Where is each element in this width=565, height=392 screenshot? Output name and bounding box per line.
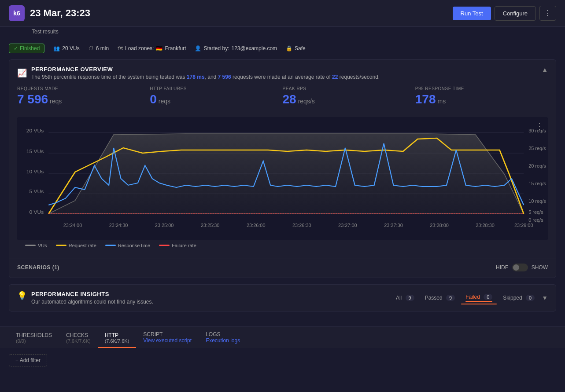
vus-info: 👥 20 VUs: [53, 45, 79, 51]
chart-container: ⋮ 20 VUs 15 VUs 10 VUs 5 VUs 0 VUs 30 re…: [17, 117, 548, 240]
tab-failed[interactable]: Failed 0: [461, 292, 497, 304]
started-by-info: 👤 Started by: 123@example.com: [195, 45, 277, 51]
lock-icon: 🔒: [286, 45, 292, 51]
main-content: ✓ Finished 👥 20 VUs ⏱ 6 min 🗺 Load zones…: [0, 39, 565, 326]
svg-text:23:28:00: 23:28:00: [430, 223, 449, 227]
load-zones-info: 🗺 Load zones: 🇩🇪 Frankfurt: [118, 45, 186, 51]
metric-http-failures: HTTP FAILURES 0reqs: [150, 86, 282, 106]
svg-text:10 req/s: 10 req/s: [528, 199, 546, 203]
scenarios-row: SCENARIOS (1) HIDE SHOW: [9, 259, 556, 278]
bulb-icon: 💡: [17, 291, 27, 300]
panel-title-row: 📈 PERFORMANCE OVERVIEW The 95th percenti…: [17, 66, 380, 80]
insights-title-block: PERFORMANCE INSIGHTS Our automated algor…: [31, 291, 153, 305]
svg-text:15 VUs: 15 VUs: [26, 149, 44, 154]
svg-text:23:29:00: 23:29:00: [514, 223, 533, 227]
hide-label: HIDE: [496, 264, 509, 271]
svg-text:23:27:30: 23:27:30: [384, 223, 403, 227]
tab-skipped[interactable]: Skipped 0: [499, 293, 539, 303]
insights-chevron-icon[interactable]: ▼: [542, 294, 548, 301]
svg-text:23:26:30: 23:26:30: [292, 223, 311, 227]
insights-title: PERFORMANCE INSIGHTS: [31, 291, 153, 297]
svg-text:5 VUs: 5 VUs: [29, 189, 44, 194]
scenarios-toggle[interactable]: [512, 264, 528, 271]
tab-thresholds[interactable]: THRESHOLDS (0/0): [9, 328, 59, 348]
chart-more-button[interactable]: ⋮: [535, 121, 543, 131]
tab-passed[interactable]: Passed 9: [421, 293, 459, 303]
top-bar-right: Run Test Configure ⋮: [453, 6, 556, 21]
person-icon: 👤: [195, 45, 201, 51]
top-bar-left: k6 23 Mar, 23:23: [9, 5, 90, 21]
performance-overview-panel: 📈 PERFORMANCE OVERVIEW The 95th percenti…: [9, 59, 556, 278]
metric-p95-response: P95 RESPONSE TIME 178ms: [415, 86, 548, 106]
k6-logo: k6: [9, 5, 25, 21]
svg-text:23:28:30: 23:28:30: [476, 223, 495, 227]
add-filter-area: + Add filter: [0, 348, 565, 373]
svg-text:23:25:30: 23:25:30: [201, 223, 220, 227]
insights-header: 💡 PERFORMANCE INSIGHTS Our automated alg…: [9, 285, 556, 311]
panel-header: 📈 PERFORMANCE OVERVIEW The 95th percenti…: [9, 60, 556, 86]
svg-text:0 req/s: 0 req/s: [528, 218, 543, 222]
tab-logs[interactable]: LOGS Execution logs: [199, 327, 247, 348]
status-badge: ✓ Finished: [9, 44, 44, 53]
chart-svg: 20 VUs 15 VUs 10 VUs 5 VUs 0 VUs 30 req/…: [17, 121, 548, 236]
tab-script[interactable]: SCRIPT View executed script: [136, 327, 199, 348]
chart-legend: VUs Request rate Response time Failure r…: [17, 240, 548, 248]
metrics-row: REQUESTS MADE 7 596reqs HTTP FAILURES 0r…: [9, 86, 556, 114]
legend-failure-rate: Failure rate: [159, 243, 196, 248]
svg-text:23:24:00: 23:24:00: [63, 223, 82, 227]
tab-http[interactable]: HTTP (7.6K/7.6K): [98, 328, 137, 348]
status-bar: ✓ Finished 👥 20 VUs ⏱ 6 min 🗺 Load zones…: [9, 39, 556, 59]
svg-text:20 req/s: 20 req/s: [528, 164, 546, 168]
show-label: SHOW: [532, 264, 548, 271]
svg-text:10 VUs: 10 VUs: [26, 169, 44, 174]
toggle-row: HIDE SHOW: [496, 264, 548, 271]
collapse-icon[interactable]: ▲: [542, 66, 548, 73]
legend-request-rate: Request rate: [56, 243, 96, 248]
panel-subtitle: The 95th percentile response time of the…: [31, 74, 380, 80]
top-bar: k6 23 Mar, 23:23 Run Test Configure ⋮: [0, 0, 565, 27]
panel-title-block: PERFORMANCE OVERVIEW The 95th percentile…: [31, 66, 380, 80]
svg-text:23:27:00: 23:27:00: [338, 223, 357, 227]
insights-tabs-row: All 9 Passed 9 Failed 0 Skipped 0 ▼: [391, 292, 548, 304]
svg-text:5 req/s: 5 req/s: [528, 210, 543, 214]
bottom-tabs: THRESHOLDS (0/0) CHECKS (7.6K/7.6K) HTTP…: [0, 327, 565, 348]
failure-rate-line-icon: [159, 245, 170, 246]
insights-title-group: 💡 PERFORMANCE INSIGHTS Our automated alg…: [17, 291, 153, 305]
configure-button[interactable]: Configure: [495, 6, 536, 21]
svg-text:20 VUs: 20 VUs: [26, 128, 44, 133]
svg-text:23:24:30: 23:24:30: [109, 223, 128, 227]
svg-text:25 req/s: 25 req/s: [528, 146, 546, 150]
svg-text:15 req/s: 15 req/s: [528, 181, 546, 186]
performance-insights-panel: 💡 PERFORMANCE INSIGHTS Our automated alg…: [9, 284, 556, 311]
duration-info: ⏱ 6 min: [89, 45, 109, 51]
svg-text:23:25:00: 23:25:00: [155, 223, 174, 227]
legend-vus: VUs: [25, 243, 47, 248]
svg-text:0 VUs: 0 VUs: [29, 209, 44, 214]
more-options-button[interactable]: ⋮: [539, 6, 556, 21]
response-time-line-icon: [105, 245, 116, 246]
safe-info: 🔒 Safe: [286, 45, 306, 51]
chart-area: ⋮ 20 VUs 15 VUs 10 VUs 5 VUs 0 VUs 30 re…: [9, 114, 556, 255]
tab-all[interactable]: All 9: [391, 293, 419, 303]
scenarios-label: SCENARIOS (1): [17, 264, 59, 271]
bottom-tabs-container: THRESHOLDS (0/0) CHECKS (7.6K/7.6K) HTTP…: [0, 326, 565, 373]
page-title: 23 Mar, 23:23: [30, 7, 90, 19]
insights-tabs: All 9 Passed 9 Failed 0 Skipped 0: [391, 292, 539, 304]
legend-response-time: Response time: [105, 243, 150, 248]
svg-text:23:26:00: 23:26:00: [247, 223, 266, 227]
insights-subtitle: Our automated algorithms could not find …: [31, 299, 153, 305]
location-icon: 🗺: [118, 45, 123, 51]
run-test-button[interactable]: Run Test: [453, 7, 491, 20]
check-icon: ✓: [14, 45, 18, 51]
vus-line-icon: [25, 245, 36, 246]
sub-header: Test results: [0, 27, 565, 39]
users-icon: 👥: [53, 45, 60, 51]
tab-checks[interactable]: CHECKS (7.6K/7.6K): [59, 328, 98, 348]
metric-peak-rps: PEAK RPS 28reqs/s: [283, 86, 415, 106]
clock-icon: ⏱: [89, 45, 94, 51]
request-rate-line-icon: [56, 245, 66, 246]
chart-icon: 📈: [17, 68, 27, 78]
add-filter-button[interactable]: + Add filter: [9, 354, 47, 366]
metric-requests-made: REQUESTS MADE 7 596reqs: [17, 86, 150, 106]
